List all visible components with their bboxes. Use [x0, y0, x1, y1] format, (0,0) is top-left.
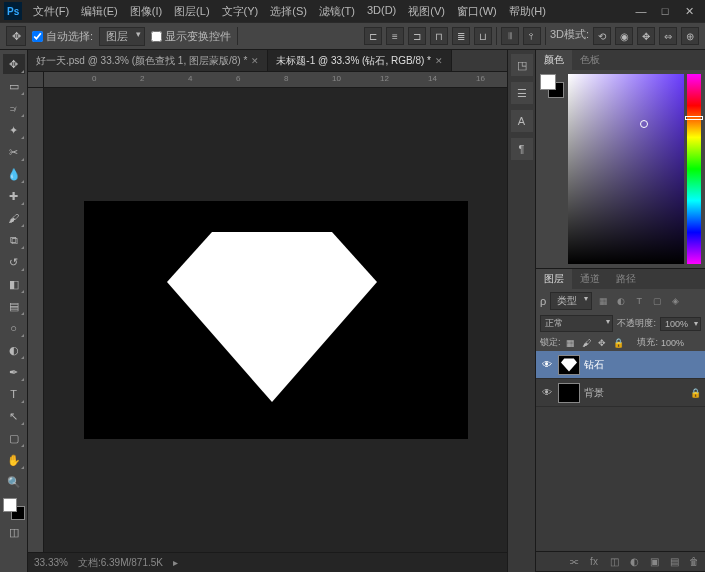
opacity-input[interactable]: 100%	[660, 317, 701, 331]
group-icon[interactable]: ▣	[647, 555, 661, 569]
3d-orbit-icon[interactable]: ⟲	[593, 27, 611, 45]
link-layers-icon[interactable]: ⫘	[567, 555, 581, 569]
character-panel-icon[interactable]: A	[511, 110, 533, 132]
menu-type[interactable]: 文字(Y)	[217, 2, 264, 21]
eyedropper-tool[interactable]: 💧	[3, 164, 25, 184]
doc-info[interactable]: 文档:6.39M/871.5K	[78, 556, 163, 570]
close-button[interactable]: ✕	[681, 5, 697, 18]
zoom-tool[interactable]: 🔍	[3, 472, 25, 492]
lasso-tool[interactable]: ⟉	[3, 98, 25, 118]
layer-mask-icon[interactable]: ◫	[607, 555, 621, 569]
tab-color[interactable]: 颜色	[536, 50, 572, 70]
adjustment-layer-icon[interactable]: ◐	[627, 555, 641, 569]
gradient-tool[interactable]: ▤	[3, 296, 25, 316]
new-layer-icon[interactable]: ▤	[667, 555, 681, 569]
visibility-icon[interactable]: 👁	[540, 387, 554, 398]
pen-tool[interactable]: ✒	[3, 362, 25, 382]
zoom-level[interactable]: 33.33%	[34, 557, 68, 568]
layer-row[interactable]: 👁 钻石	[536, 351, 705, 379]
fill-input[interactable]: 100%	[661, 338, 701, 348]
layer-filter-dropdown[interactable]: 类型	[550, 292, 592, 310]
align-bottom-icon[interactable]: ⊔	[474, 27, 492, 45]
tab-channels[interactable]: 通道	[572, 269, 608, 289]
color-field[interactable]	[568, 74, 684, 264]
menu-layer[interactable]: 图层(L)	[169, 2, 214, 21]
lock-pixels-icon[interactable]: 🖌	[580, 336, 593, 349]
close-icon[interactable]: ✕	[435, 56, 443, 66]
ruler-horizontal[interactable]: 0 2 4 6 8 10 12 14 16	[44, 72, 507, 88]
history-panel-icon[interactable]: ◳	[511, 54, 533, 76]
eraser-tool[interactable]: ◧	[3, 274, 25, 294]
tab-doc-2[interactable]: 未标题-1 @ 33.3% (钻石, RGB/8) *✕	[268, 50, 452, 71]
filter-adjust-icon[interactable]: ◐	[614, 294, 628, 308]
lock-all-icon[interactable]: 🔒	[612, 336, 625, 349]
align-left-icon[interactable]: ⊏	[364, 27, 382, 45]
history-brush-tool[interactable]: ↺	[3, 252, 25, 272]
menu-file[interactable]: 文件(F)	[28, 2, 74, 21]
dodge-tool[interactable]: ◐	[3, 340, 25, 360]
ruler-origin[interactable]	[28, 72, 44, 88]
canvas-viewport[interactable]: 0 2 4 6 8 10 12 14 16	[28, 72, 507, 552]
quickmask-toggle[interactable]: ◫	[3, 522, 25, 542]
menu-select[interactable]: 选择(S)	[265, 2, 312, 21]
layer-row[interactable]: 👁 背景 🔒	[536, 379, 705, 407]
shape-tool[interactable]: ▢	[3, 428, 25, 448]
menu-help[interactable]: 帮助(H)	[504, 2, 551, 21]
tab-paths[interactable]: 路径	[608, 269, 644, 289]
layer-thumbnail[interactable]	[558, 355, 580, 375]
crop-tool[interactable]: ✂	[3, 142, 25, 162]
tab-swatches[interactable]: 色板	[572, 50, 608, 70]
filter-pixel-icon[interactable]: ▦	[596, 294, 610, 308]
lock-position-icon[interactable]: ✥	[596, 336, 609, 349]
autoselect-checkbox[interactable]	[32, 31, 43, 42]
menu-image[interactable]: 图像(I)	[125, 2, 167, 21]
panel-swatches[interactable]	[540, 74, 564, 98]
3d-slide-icon[interactable]: ⇔	[659, 27, 677, 45]
menu-view[interactable]: 视图(V)	[403, 2, 450, 21]
3d-roll-icon[interactable]: ◉	[615, 27, 633, 45]
menu-edit[interactable]: 编辑(E)	[76, 2, 123, 21]
close-icon[interactable]: ✕	[251, 56, 259, 66]
layer-name[interactable]: 钻石	[584, 358, 604, 372]
align-top-icon[interactable]: ⊓	[430, 27, 448, 45]
hand-tool[interactable]: ✋	[3, 450, 25, 470]
menu-filter[interactable]: 滤镜(T)	[314, 2, 360, 21]
path-select-tool[interactable]: ↖	[3, 406, 25, 426]
move-tool[interactable]: ✥	[3, 54, 25, 74]
layer-name[interactable]: 背景	[584, 386, 604, 400]
marquee-tool[interactable]: ▭	[3, 76, 25, 96]
blur-tool[interactable]: ○	[3, 318, 25, 338]
artboard[interactable]	[85, 202, 467, 438]
align-center-h-icon[interactable]: ≡	[386, 27, 404, 45]
filter-shape-icon[interactable]: ▢	[650, 294, 664, 308]
layer-thumbnail[interactable]	[558, 383, 580, 403]
type-tool[interactable]: T	[3, 384, 25, 404]
healing-tool[interactable]: ✚	[3, 186, 25, 206]
minimize-button[interactable]: —	[633, 5, 649, 18]
layer-fx-icon[interactable]: fx	[587, 555, 601, 569]
autoselect-dropdown[interactable]: 图层	[99, 27, 145, 46]
statusbar-arrow-icon[interactable]: ▸	[173, 557, 178, 568]
menu-window[interactable]: 窗口(W)	[452, 2, 502, 21]
3d-zoom-icon[interactable]: ⊕	[681, 27, 699, 45]
visibility-icon[interactable]: 👁	[540, 359, 554, 370]
lock-transparent-icon[interactable]: ▦	[564, 336, 577, 349]
maximize-button[interactable]: □	[657, 5, 673, 18]
properties-panel-icon[interactable]: ☰	[511, 82, 533, 104]
delete-layer-icon[interactable]: 🗑	[687, 555, 701, 569]
color-swatches[interactable]	[3, 498, 25, 520]
distribute-v-icon[interactable]: ⫯	[523, 27, 541, 45]
paragraph-panel-icon[interactable]: ¶	[511, 138, 533, 160]
distribute-h-icon[interactable]: ⫴	[501, 27, 519, 45]
3d-pan-icon[interactable]: ✥	[637, 27, 655, 45]
filter-smart-icon[interactable]: ◈	[668, 294, 682, 308]
magic-wand-tool[interactable]: ✦	[3, 120, 25, 140]
ruler-vertical[interactable]	[28, 88, 44, 552]
align-center-v-icon[interactable]: ≣	[452, 27, 470, 45]
stamp-tool[interactable]: ⧉	[3, 230, 25, 250]
tab-layers[interactable]: 图层	[536, 269, 572, 289]
hue-slider[interactable]	[687, 74, 701, 264]
filter-type-icon[interactable]: T	[632, 294, 646, 308]
align-right-icon[interactable]: ⊐	[408, 27, 426, 45]
blend-mode-dropdown[interactable]: 正常	[540, 315, 613, 332]
